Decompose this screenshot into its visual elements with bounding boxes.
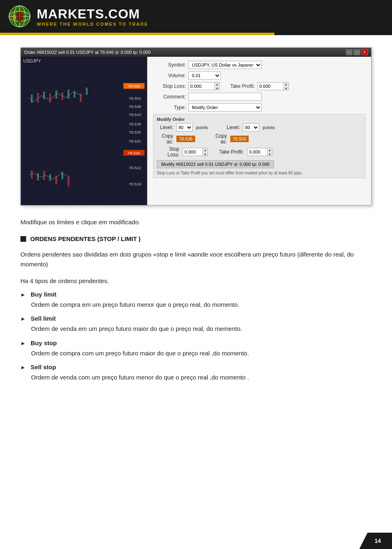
maximize-button[interactable]: □ xyxy=(354,49,360,55)
volume-select[interactable]: 0.01 xyxy=(188,71,221,80)
bullet-icon-1: ► xyxy=(20,292,26,298)
take-profit-label: Take Profit: xyxy=(222,83,255,89)
copy-as-label1: Copy as: xyxy=(157,133,173,145)
comment-row: Comment: xyxy=(153,93,365,101)
chart-symbol-label: USDJPY xyxy=(21,57,147,65)
sl2-up[interactable]: ▲ xyxy=(203,148,207,152)
stop-loss2-input[interactable] xyxy=(183,148,203,156)
take-profit2-input[interactable] xyxy=(247,148,267,156)
sell-limit-desc: Ordem de venda em um preço futuro maior … xyxy=(31,324,372,334)
list-item-sell-limit: ► Sell limit xyxy=(20,315,372,322)
svg-rect-24 xyxy=(56,90,57,98)
svg-rect-22 xyxy=(43,92,45,99)
copy-as-button2[interactable]: 78.556 xyxy=(230,136,249,142)
modify-btn-row: Modify #6615022 sell 0.01 USDJPY sl: 0.0… xyxy=(157,160,362,168)
dialog-body: USDJPY 78.556 78.552 78.548 78.543 78.53… xyxy=(21,57,371,205)
take-profit-input[interactable] xyxy=(257,82,284,90)
buy-stop-desc: Ordem de compra com um preço futuro maio… xyxy=(31,349,372,358)
sl2-arrows: ▲ ▼ xyxy=(203,148,208,156)
modify-order-section: Modify Order Level: 80 points Level: 80 … xyxy=(153,114,365,178)
buy-limit-desc: Ordem de compra em um preço futuro menor… xyxy=(31,300,372,310)
tp2-up[interactable]: ▲ xyxy=(267,148,272,152)
copy-as-label2: Copy as: xyxy=(211,133,227,145)
tp2-arrows: ▲ ▼ xyxy=(267,148,272,156)
stop-loss-label: Stop Loss: xyxy=(153,83,186,89)
list-item-buy-stop: ► Buy stop xyxy=(20,339,372,346)
sell-stop-title: Sell stop xyxy=(31,364,56,370)
status-text: Stop Loss or Take Profit you set must di… xyxy=(157,171,362,175)
modify-order-button[interactable]: Modify #6615022 sell 0.01 USDJPY sl: 0.0… xyxy=(157,160,274,168)
stop-loss-down[interactable]: ▼ xyxy=(215,87,219,91)
dialog-titlebar: Order #6615022 sell 0.01 USDJPY at 78.64… xyxy=(21,48,371,57)
buy-limit-title: Buy limit xyxy=(31,291,56,298)
order-types-list: ► Buy limit Ordem de compra em um preço … xyxy=(20,291,372,382)
svg-text:78.539: 78.539 xyxy=(129,122,141,126)
take-profit-down[interactable]: ▼ xyxy=(284,87,288,91)
svg-rect-32 xyxy=(43,171,45,180)
sl2-down[interactable]: ▼ xyxy=(203,152,207,156)
svg-text:78.548: 78.548 xyxy=(129,104,141,109)
dialog-screenshot: Order #6615022 sell 0.01 USDJPY at 78.64… xyxy=(20,47,372,205)
page-footer: 14 xyxy=(359,533,392,549)
titlebar-buttons: — □ ✕ xyxy=(346,49,368,55)
sl-tp-row2: Stop Loss: ▲ ▼ Take Profit: xyxy=(157,146,362,158)
close-button[interactable]: ✕ xyxy=(361,49,368,55)
volume-label: Volume: xyxy=(153,73,186,78)
svg-text:78.556: 78.556 xyxy=(128,84,140,88)
take-profit2-label: Take Profit: xyxy=(215,149,244,155)
stop-loss-spinner: ▲ ▼ xyxy=(188,82,220,90)
svg-text:78.522: 78.522 xyxy=(129,165,141,170)
copy-as-row: Copy as: 78.636 Copy as: 78.556 xyxy=(157,133,362,145)
symbol-row: Symbol: USDJPY, US Dollar vs Japanese Ye… xyxy=(153,61,365,69)
chart-svg: 78.556 78.552 78.548 78.543 78.539 78.53… xyxy=(21,65,147,204)
type-row: Type: Modify Order xyxy=(153,103,365,112)
take-profit-up[interactable]: ▲ xyxy=(284,83,288,87)
dialog-title: Order #6615022 sell 0.01 USDJPY at 78.64… xyxy=(24,50,151,55)
svg-rect-33 xyxy=(49,174,51,181)
points-label2: points xyxy=(263,125,274,130)
volume-row: Volume: 0.01 xyxy=(153,71,365,80)
stop-loss-up[interactable]: ▲ xyxy=(215,83,219,87)
svg-rect-34 xyxy=(56,176,57,184)
type-select[interactable]: Modify Order xyxy=(188,103,262,112)
svg-text:78.535: 78.535 xyxy=(129,130,141,134)
minimize-button[interactable]: — xyxy=(346,49,352,55)
svg-text:78.526: 78.526 xyxy=(128,151,140,155)
heading-bullet-icon xyxy=(20,236,26,242)
symbol-label: Symbol: xyxy=(153,62,186,68)
stop-loss-input[interactable] xyxy=(188,82,215,90)
type-label: Type: xyxy=(153,105,186,110)
intro-text: Modifique os limites e clique em modific… xyxy=(20,218,372,227)
take-profit-arrows: ▲ ▼ xyxy=(284,82,289,90)
bullet-icon-4: ► xyxy=(20,364,26,370)
svg-rect-23 xyxy=(49,94,51,103)
svg-rect-21 xyxy=(37,93,39,103)
symbol-select[interactable]: USDJPY, US Dollar vs Japanese Yen xyxy=(188,61,262,69)
svg-rect-30 xyxy=(31,170,33,179)
copy-as-button1[interactable]: 78.636 xyxy=(176,136,195,142)
level-row: Level: 80 points Level: 80 points xyxy=(157,123,362,132)
sl-tp-row: Stop Loss: ▲ ▼ Take Profit: ▲ ▼ xyxy=(153,82,365,90)
points-label1: points xyxy=(196,125,208,130)
page-number: 14 xyxy=(370,538,381,544)
svg-rect-35 xyxy=(62,172,63,179)
chart-area: USDJPY 78.556 78.552 78.548 78.543 78.53… xyxy=(21,57,147,205)
form-area: Symbol: USDJPY, US Dollar vs Japanese Ye… xyxy=(147,57,371,205)
svg-text:78.531: 78.531 xyxy=(129,139,141,143)
list-item-sell-stop: ► Sell stop xyxy=(20,364,372,370)
site-tagline: WHERE THE WORLD COMES TO TRADE xyxy=(37,22,148,27)
svg-rect-25 xyxy=(62,92,63,100)
section-heading: ORDENS PENDENTES (STOP / LIMIT ) xyxy=(20,235,372,242)
stop-loss-arrows: ▲ ▼ xyxy=(215,82,220,90)
svg-text:78.552: 78.552 xyxy=(129,96,141,100)
site-title: MARKETS.COM xyxy=(37,7,148,22)
level-select1[interactable]: 80 xyxy=(176,123,193,132)
svg-text:78.518: 78.518 xyxy=(129,182,141,186)
comment-input[interactable] xyxy=(188,93,262,101)
level-select2[interactable]: 80 xyxy=(243,123,259,132)
svg-rect-27 xyxy=(74,91,76,98)
take-profit2-spinner: ▲ ▼ xyxy=(247,148,272,156)
tp2-down[interactable]: ▼ xyxy=(267,152,272,156)
svg-rect-36 xyxy=(68,177,69,186)
comment-label: Comment: xyxy=(153,94,186,100)
